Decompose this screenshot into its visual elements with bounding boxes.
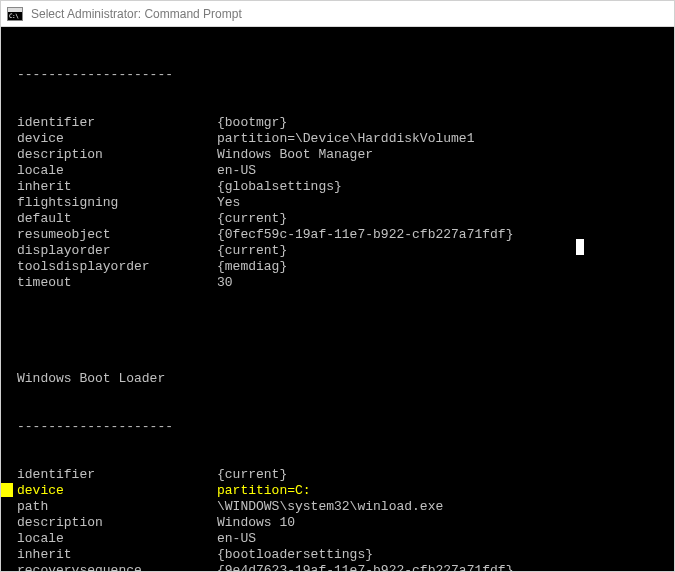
output-row: identifier{bootmgr}	[17, 115, 666, 131]
property-key: inherit	[17, 547, 217, 563]
output-row: recoverysequence{9e4d7623-19af-11e7-b922…	[17, 563, 666, 572]
section-heading: Windows Boot Loader	[17, 371, 666, 387]
property-key: displayorder	[17, 243, 217, 259]
output-row: identifier{current}	[17, 467, 666, 483]
property-key: default	[17, 211, 217, 227]
output-row: path\WINDOWS\system32\winload.exe	[17, 499, 666, 515]
property-value: \WINDOWS\system32\winload.exe	[217, 499, 666, 515]
property-key: identifier	[17, 115, 217, 131]
property-key: timeout	[17, 275, 217, 291]
property-key: device	[17, 483, 217, 499]
separator-line: --------------------	[17, 67, 666, 83]
terminal-output[interactable]: -------------------- identifier{bootmgr}…	[1, 27, 674, 572]
property-key: flightsigning	[17, 195, 217, 211]
property-key: identifier	[17, 467, 217, 483]
property-value: {0fecf59c-19af-11e7-b922-cfb227a71fdf}	[217, 227, 666, 243]
property-value: Windows 10	[217, 515, 666, 531]
property-value: {9e4d7623-19af-11e7-b922-cfb227a71fdf}	[217, 563, 666, 572]
output-row: resumeobject{0fecf59c-19af-11e7-b922-cfb…	[17, 227, 666, 243]
output-row: descriptionWindows 10	[17, 515, 666, 531]
property-value: {bootmgr}	[217, 115, 666, 131]
output-row: default{current}	[17, 211, 666, 227]
property-key: path	[17, 499, 217, 515]
property-value: 30	[217, 275, 666, 291]
property-key: locale	[17, 163, 217, 179]
output-row: devicepartition=C:	[17, 483, 666, 499]
output-row: inherit{bootloadersettings}	[17, 547, 666, 563]
highlight-marker	[1, 483, 13, 497]
property-key: recoverysequence	[17, 563, 217, 572]
cmd-icon	[7, 7, 23, 21]
property-key: device	[17, 131, 217, 147]
output-row: localeen-US	[17, 163, 666, 179]
window-titlebar[interactable]: Select Administrator: Command Prompt	[1, 1, 674, 27]
property-value: {memdiag}	[217, 259, 666, 275]
property-value: en-US	[217, 531, 666, 547]
output-row: devicepartition=\Device\HarddiskVolume1	[17, 131, 666, 147]
output-row: timeout30	[17, 275, 666, 291]
output-row: toolsdisplayorder{memdiag}	[17, 259, 666, 275]
output-row: descriptionWindows Boot Manager	[17, 147, 666, 163]
output-row: inherit{globalsettings}	[17, 179, 666, 195]
property-value: Windows Boot Manager	[217, 147, 666, 163]
window-title: Select Administrator: Command Prompt	[31, 7, 242, 21]
property-value: {bootloadersettings}	[217, 547, 666, 563]
output-row: localeen-US	[17, 531, 666, 547]
property-value: partition=\Device\HarddiskVolume1	[217, 131, 666, 147]
separator-line: --------------------	[17, 419, 666, 435]
property-value: en-US	[217, 163, 666, 179]
property-value: {current}	[217, 243, 666, 259]
blank-line	[17, 323, 666, 339]
output-row: displayorder{current}	[17, 243, 666, 259]
property-key: description	[17, 147, 217, 163]
property-value: {current}	[217, 467, 666, 483]
property-value: Yes	[217, 195, 666, 211]
property-key: description	[17, 515, 217, 531]
output-row: flightsigningYes	[17, 195, 666, 211]
property-value: {current}	[217, 211, 666, 227]
property-key: locale	[17, 531, 217, 547]
selection-block	[576, 239, 584, 255]
property-key: resumeobject	[17, 227, 217, 243]
property-key: inherit	[17, 179, 217, 195]
property-value: {globalsettings}	[217, 179, 666, 195]
property-key: toolsdisplayorder	[17, 259, 217, 275]
property-value: partition=C:	[217, 483, 666, 499]
